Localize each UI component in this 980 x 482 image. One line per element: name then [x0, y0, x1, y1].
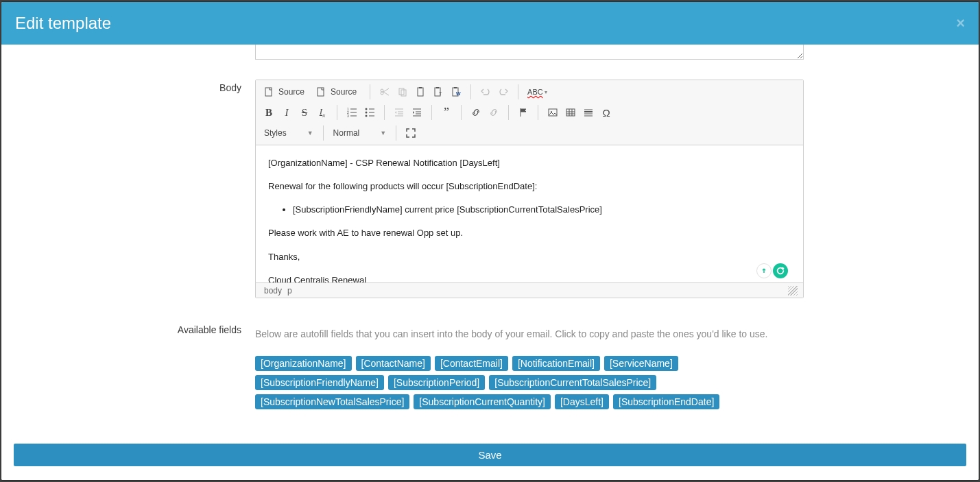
body-label: Body: [8, 80, 255, 298]
format-select[interactable]: Normal▼: [329, 124, 391, 142]
indent-button[interactable]: [408, 104, 426, 121]
unlink-button[interactable]: [485, 104, 503, 121]
paste-text-button[interactable]: T: [429, 83, 447, 101]
editor-status-bar: body p: [256, 282, 803, 298]
grammarly-upload-icon[interactable]: [756, 263, 772, 278]
scissors-icon: [379, 86, 390, 97]
grammarly-status-icon[interactable]: [773, 263, 788, 278]
elements-path-p[interactable]: p: [285, 286, 295, 296]
paste-word-button[interactable]: W: [447, 83, 465, 101]
modal-footer: Save: [1, 427, 979, 480]
svg-rect-32: [549, 109, 557, 116]
outdent-button[interactable]: [390, 104, 408, 121]
undo-icon: [480, 86, 491, 97]
ol-icon: 123: [346, 107, 357, 118]
image-icon: [547, 107, 558, 118]
svg-text:W: W: [456, 91, 461, 96]
clipboard-word-icon: W: [451, 86, 462, 97]
available-fields-list: [OrganizationName][ContactName][ContactE…: [255, 356, 804, 409]
modal-scroll-area[interactable]: Subject Body: [1, 45, 979, 427]
available-field-pill[interactable]: [SubscriptionCurrentTotalSalesPrice]: [489, 375, 656, 390]
undo-button[interactable]: [477, 83, 494, 101]
editor-paragraph: Thanks,: [268, 250, 791, 264]
svg-rect-5: [419, 87, 422, 88]
flag-icon: [518, 107, 529, 118]
remove-format-button[interactable]: Ix: [313, 104, 331, 121]
editor-resize-handle[interactable]: [788, 286, 798, 296]
rich-text-editor: Source Source: [255, 80, 804, 298]
grammarly-widget: [756, 263, 788, 278]
redo-button[interactable]: [494, 83, 512, 101]
maximize-button[interactable]: [402, 124, 420, 142]
image-button[interactable]: [544, 104, 562, 121]
special-char-button[interactable]: Ω: [597, 104, 615, 121]
editor-paragraph: Please work with AE to have renewal Opp …: [268, 226, 791, 240]
bold-button[interactable]: B: [260, 104, 278, 121]
svg-point-19: [366, 112, 368, 114]
svg-rect-7: [436, 87, 439, 88]
cut-button[interactable]: [376, 83, 394, 101]
spellcheck-button[interactable]: ABC▾: [524, 83, 551, 101]
available-field-pill[interactable]: [SubscriptionEndDate]: [613, 394, 719, 409]
copy-icon: [397, 86, 408, 97]
available-field-pill[interactable]: [SubscriptionPeriod]: [388, 375, 485, 390]
copy-button[interactable]: [394, 83, 411, 101]
blockquote-button[interactable]: ”: [438, 104, 455, 121]
available-field-pill[interactable]: [DaysLeft]: [555, 394, 609, 409]
editor-paragraph: [OrganizationName] - CSP Renewal Notific…: [268, 156, 791, 170]
available-fields-label: Available fields: [8, 322, 255, 409]
available-field-pill[interactable]: [SubscriptionFriendlyName]: [255, 375, 384, 390]
source-button-2[interactable]: Source: [312, 83, 364, 101]
editor-list: [SubscriptionFriendlyName] current price…: [293, 203, 791, 217]
available-fields-description: Below are autofill fields that you can i…: [255, 322, 804, 356]
subject-input[interactable]: [255, 45, 804, 60]
redo-icon: [498, 86, 509, 97]
svg-rect-10: [454, 87, 457, 88]
outdent-icon: [394, 107, 405, 118]
modal-body: Subject Body: [1, 45, 979, 427]
close-icon[interactable]: ×: [956, 14, 965, 32]
anchor-flag-button[interactable]: [514, 104, 532, 121]
clipboard-icon: [415, 86, 426, 97]
table-icon: [565, 107, 576, 118]
editor-content-area[interactable]: [OrganizationName] - CSP Renewal Notific…: [256, 145, 803, 282]
available-field-pill[interactable]: [OrganizationName]: [255, 356, 352, 371]
link-button[interactable]: [467, 104, 485, 121]
paste-button[interactable]: [411, 83, 429, 101]
document-icon: [263, 86, 274, 97]
styles-select[interactable]: Styles▼: [260, 124, 318, 142]
svg-point-18: [366, 108, 368, 110]
available-field-pill[interactable]: [ContactName]: [356, 356, 431, 371]
svg-rect-1: [318, 88, 324, 96]
editor-toolbar: Source Source: [256, 80, 803, 145]
available-field-pill[interactable]: [SubscriptionCurrentQuantity]: [414, 394, 551, 409]
svg-rect-34: [566, 109, 575, 116]
document-icon: [315, 86, 326, 97]
unlink-icon: [488, 107, 499, 118]
available-field-pill[interactable]: [ServiceName]: [604, 356, 678, 371]
modal-header: Edit template ×: [1, 2, 979, 45]
indent-icon: [411, 107, 422, 118]
elements-path-body[interactable]: body: [261, 286, 285, 296]
svg-text:3: 3: [347, 114, 349, 118]
italic-button[interactable]: I: [278, 104, 296, 121]
strikethrough-button[interactable]: S: [296, 104, 313, 121]
available-field-pill[interactable]: [ContactEmail]: [435, 356, 508, 371]
bullet-list-button[interactable]: [361, 104, 379, 121]
editor-paragraph: Renewal for the following products will …: [268, 180, 791, 193]
available-field-pill[interactable]: [SubscriptionNewTotalSalesPrice]: [255, 394, 409, 409]
source-button[interactable]: Source: [260, 83, 312, 101]
svg-rect-4: [418, 88, 423, 96]
table-button[interactable]: [562, 104, 579, 121]
horizontal-line-button[interactable]: [579, 104, 597, 121]
hr-icon: [583, 107, 594, 118]
svg-rect-0: [265, 88, 272, 96]
numbered-list-button[interactable]: 123: [343, 104, 361, 121]
editor-list-item: [SubscriptionFriendlyName] current price…: [293, 203, 791, 217]
available-field-pill[interactable]: [NotificationEmail]: [512, 356, 600, 371]
save-button[interactable]: Save: [14, 444, 966, 466]
modal-title: Edit template: [15, 14, 111, 33]
editor-paragraph: Cloud Centralis Renewal: [268, 274, 791, 282]
link-icon: [470, 107, 481, 118]
svg-point-20: [366, 115, 368, 117]
